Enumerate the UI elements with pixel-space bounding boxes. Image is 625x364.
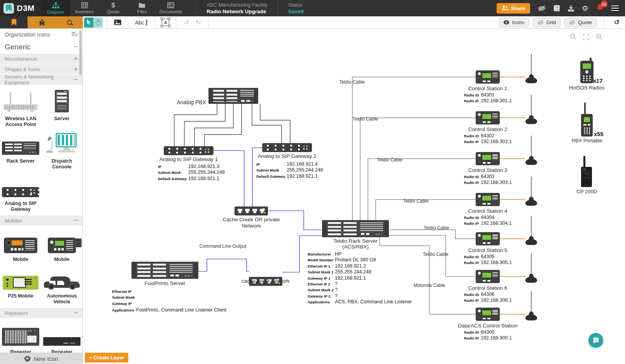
control-station-icon[interactable] xyxy=(476,111,500,124)
hotsos-radios-group[interactable]: x17 HotSOS Radios xyxy=(564,61,610,91)
section-mobiles[interactable]: Mobiles − xyxy=(0,215,82,226)
station-label[interactable]: Control Station 3 xyxy=(441,167,534,173)
station-label[interactable]: Control Station 2 xyxy=(441,126,534,132)
collapse-icon[interactable]: − xyxy=(74,217,78,224)
sidebar-scrollbar[interactable] xyxy=(79,30,82,75)
toggle-grid-visibility[interactable]: Grid xyxy=(533,18,561,27)
hide-preview-button[interactable] xyxy=(537,5,546,11)
cache-creek-network-label[interactable]: cache creek network xyxy=(233,278,298,284)
control-station-icon[interactable] xyxy=(476,152,500,165)
undo-button[interactable]: ↺ xyxy=(180,18,192,26)
tab-documents[interactable]: Documents xyxy=(156,0,185,16)
library-panel-tab[interactable] xyxy=(0,16,28,28)
palette-item-p25-mobile[interactable]: P25 Mobile xyxy=(0,268,41,305)
cp200d-group[interactable]: CP 200D xyxy=(564,156,610,195)
teldio-server-properties[interactable]: ManufacturerHP Model NumberProliant DL 3… xyxy=(308,251,412,305)
station-label[interactable]: Control Station 4 xyxy=(441,208,534,214)
teldio-cable-label[interactable]: Teldio Cable xyxy=(352,116,378,122)
redo-button[interactable]: ↻ xyxy=(192,18,204,26)
fit-screen-icon[interactable] xyxy=(583,34,589,40)
library-icon[interactable] xyxy=(553,5,560,12)
library-group-generic[interactable]: Generic − xyxy=(0,40,82,54)
expand-icon[interactable]: + xyxy=(74,65,78,73)
toggle-icons-visibility[interactable]: Icons xyxy=(499,18,529,27)
list-check-icon[interactable] xyxy=(72,32,78,38)
section-repeaters[interactable]: Repeaters − xyxy=(0,308,82,318)
diagram-canvas[interactable]: Analog PBX Analog to SIP Gateway 1 IP192… xyxy=(83,29,625,364)
section-shapes-icons[interactable]: Shapes & Icons + xyxy=(0,64,82,75)
control-station-icon[interactable] xyxy=(476,308,500,321)
antenna-icon[interactable] xyxy=(524,254,538,284)
sip-gateway2-label[interactable]: Analog to SIP Gateway 2 xyxy=(254,153,320,159)
library-upload-icon[interactable] xyxy=(39,19,46,26)
history-button[interactable]: ↺ xyxy=(613,18,621,26)
sip-gateway2-properties[interactable]: IP192.168.921.4 Subnet Mask255.255.244.2… xyxy=(256,161,323,179)
settings-gear-icon[interactable]: ⚙ xyxy=(582,5,588,12)
private-network-label[interactable]: Cache Creek OR private Network xyxy=(222,217,280,229)
menu-hamburger-icon[interactable] xyxy=(611,5,619,11)
control-station-icon[interactable] xyxy=(476,193,500,206)
control-station-icon[interactable] xyxy=(476,70,500,84)
antenna-icon[interactable] xyxy=(524,177,538,207)
create-layer-button[interactable]: + Create Layer xyxy=(85,353,128,362)
palette-item-dispatch-console[interactable]: Dispatch Console xyxy=(41,133,82,170)
palette-item-server[interactable]: Server xyxy=(41,91,82,128)
portable-group-label[interactable]: CP 200D xyxy=(564,189,610,195)
palette-item-wlan-access-point[interactable]: Wireless LAN Access Point xyxy=(0,91,41,128)
teldio-cable-label[interactable]: Teldio Cable xyxy=(377,157,403,163)
teldio-cable-label[interactable]: Teldio Cable xyxy=(424,225,449,231)
sip-gateway1-properties[interactable]: IP192.168.921.3 Subnet Mask255.255.244.2… xyxy=(158,164,225,182)
footprints-server-properties[interactable]: Ethernet IP Subnet Mask Gateway IP Appli… xyxy=(112,289,226,313)
antenna-icon[interactable] xyxy=(524,95,538,125)
share-button[interactable]: Share xyxy=(497,3,530,14)
palette-item-repeater-2[interactable]: Repeater xyxy=(41,324,82,355)
station-label[interactable]: Data/ACS Control Station xyxy=(441,323,534,329)
sip-gateway1-node[interactable] xyxy=(164,146,214,155)
expand-icon[interactable]: + xyxy=(74,55,78,63)
analog-pbx-label[interactable]: Analog PBX xyxy=(172,99,206,106)
tab-files[interactable]: Files xyxy=(128,0,156,16)
notifications-bell[interactable]: 12 xyxy=(596,4,604,13)
station-label[interactable]: Control Station 5 xyxy=(441,247,534,253)
teldio-server-label[interactable]: Teldio Rack Server xyxy=(320,238,390,244)
toggle-quote-visibility[interactable]: Quote xyxy=(564,18,596,27)
station-label[interactable]: Control Station 1 xyxy=(441,86,534,91)
chat-launcher[interactable] xyxy=(588,333,603,348)
label-frame-tool[interactable]: A xyxy=(159,19,172,26)
antenna-icon[interactable] xyxy=(524,216,538,246)
data-acs-control-station-node[interactable]: Data/ACS Control Station Radio ID64300 R… xyxy=(449,308,554,348)
analog-pbx-node[interactable] xyxy=(208,88,258,104)
rbx-portable-group[interactable]: x55 RBX Portable xyxy=(564,102,610,144)
tab-quote[interactable]: $ Quote xyxy=(99,0,128,16)
antenna-icon[interactable] xyxy=(524,136,538,166)
download-icon[interactable] xyxy=(567,5,574,12)
palette-item-analog-sip-gateway[interactable]: Analog to SIP Gateway xyxy=(0,175,41,212)
zoom-out-icon[interactable] xyxy=(570,33,576,40)
collapse-icon[interactable]: − xyxy=(74,76,78,84)
portable-group-label[interactable]: HotSOS Radios xyxy=(564,85,610,91)
pbx-cables[interactable] xyxy=(174,104,290,146)
antenna-icon[interactable] xyxy=(524,54,538,84)
section-miscellaneous[interactable]: Miscellaneous + xyxy=(0,54,82,64)
tab-inventory[interactable]: Inventory xyxy=(70,0,99,16)
collapse-icon[interactable]: − xyxy=(74,309,78,317)
private-network-switch-node[interactable] xyxy=(235,206,268,215)
teldio-cable-label[interactable]: Teldio Cable xyxy=(339,79,365,85)
palette-item-autonomous-vehicle[interactable]: Autonomous Vehicle xyxy=(41,268,82,305)
select-tool[interactable] xyxy=(84,18,93,28)
palette-item-rack-server[interactable]: Rack Server xyxy=(0,133,41,170)
text-tool[interactable]: Abc xyxy=(133,19,151,26)
antenna-icon[interactable] xyxy=(524,291,538,322)
teldio-cable-label[interactable]: Teldio Cable xyxy=(403,198,429,204)
teldio-server-sublabel[interactable]: (ACS/RBX) xyxy=(320,244,390,250)
app-logo[interactable]: D3M xyxy=(0,0,41,16)
image-tool[interactable] xyxy=(112,19,124,25)
command-line-output-label[interactable]: Command Line Output xyxy=(196,243,250,249)
new-icon-button[interactable]: New Icon xyxy=(0,353,82,364)
control-station-icon[interactable] xyxy=(476,232,500,245)
footprints-server-label[interactable]: FootPrints Server xyxy=(128,280,202,287)
palette-item-repeater-1[interactable]: Repeater xyxy=(0,324,41,355)
pan-tool[interactable] xyxy=(93,18,103,28)
section-servers-networking[interactable]: Servers & Networking Equipment − xyxy=(0,75,82,85)
library-search-icon[interactable] xyxy=(67,20,72,25)
